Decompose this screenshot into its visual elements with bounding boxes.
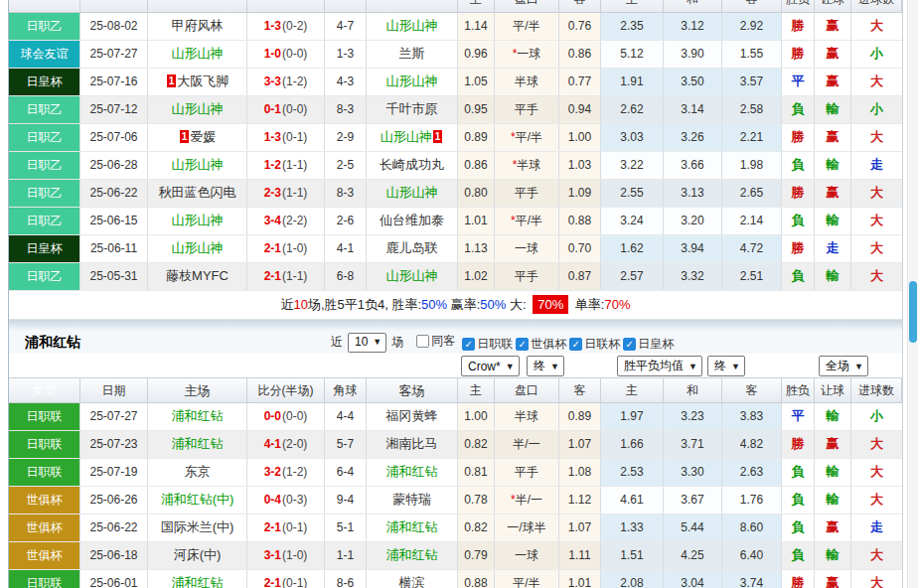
home-team-link[interactable]: 浦和红钻 [172, 575, 224, 588]
away-team-link[interactable]: 山形山神 [381, 129, 432, 144]
home-team-link[interactable]: 山形山神 [172, 101, 224, 116]
handicap-home-odds: 0.96 [458, 41, 495, 68]
score: 2-3(1-1) [247, 180, 325, 207]
away-team-link[interactable]: 山形山神 [386, 268, 438, 283]
away-team-link[interactable]: 千叶市原 [386, 101, 438, 116]
filter-option[interactable]: ✓世俱杯 [516, 333, 566, 356]
halftime-score: (0-0) [282, 409, 307, 423]
odds-average-select[interactable]: 胜平负均值▼ [617, 356, 702, 376]
result-handicap: 輸 [815, 152, 851, 179]
odds-home: 2.08 [601, 570, 664, 588]
result-goals: 小 [851, 96, 902, 123]
checked-checkbox-icon[interactable]: ✓ [623, 338, 636, 351]
odds-home: 4.61 [601, 487, 664, 514]
filter-option[interactable]: ✓日职联 [462, 333, 513, 356]
score: 1-2(1-1) [247, 152, 325, 179]
away-team-link[interactable]: 浦和红钻 [386, 519, 438, 534]
handicap-line: 平/半 [495, 13, 559, 40]
away-team-link[interactable]: 鹿儿岛联 [386, 240, 438, 255]
home-team-link[interactable]: 山形山神 [172, 157, 224, 172]
home-team-link[interactable]: 山形山神 [172, 213, 224, 227]
handicap-line: 平手 [495, 96, 559, 123]
away-team-link[interactable]: 福冈黄蜂 [386, 408, 438, 423]
filter-option[interactable]: 同客 [416, 330, 455, 353]
scrollbar[interactable] [907, 0, 918, 588]
home-team-link[interactable]: 甲府风林 [172, 18, 224, 33]
away-team-cell: 浦和红钻 [367, 542, 458, 569]
company-select[interactable]: Crow*▼ [461, 356, 520, 376]
asterisk-mark: * [511, 214, 516, 227]
handicap-line: *平/半 [495, 208, 559, 234]
home-team-cell: 山形山神 [148, 208, 247, 234]
filter-label: 日联杯 [584, 333, 620, 356]
away-team-link[interactable]: 山形山神 [386, 74, 438, 88]
filter-option[interactable]: ✓日皇杯 [623, 333, 674, 356]
home-team-link[interactable]: 藤枝MYFC [166, 268, 229, 283]
asterisk-mark: * [511, 130, 516, 144]
away-team-link[interactable]: 山形山神 [386, 18, 438, 33]
column-header-g: 进球数 [851, 378, 902, 402]
handicap-line: 半球 [495, 403, 559, 430]
select-value: 全场 [826, 358, 849, 374]
away-team-link[interactable]: 山形山神 [386, 185, 438, 200]
chevron-down-icon: ▼ [550, 362, 559, 371]
checked-checkbox-icon[interactable]: ✓ [569, 338, 582, 351]
odds-away: 3.74 [722, 570, 782, 588]
column-header-type: 类型 [9, 378, 80, 402]
away-team-link[interactable]: 长崎成功丸 [380, 157, 444, 172]
league-badge: 日职联 [9, 431, 80, 458]
recent-count-select[interactable]: 10▼ [348, 333, 386, 353]
corner-score: 4-3 [325, 69, 367, 95]
corner-score: 8-3 [325, 180, 367, 207]
home-team-link[interactable]: 爱媛 [190, 129, 216, 144]
match-date: 25-06-26 [80, 487, 148, 514]
odds-home: 1.33 [601, 514, 664, 541]
odds-draw: 3.13 [664, 180, 722, 207]
scrollbar-thumb[interactable] [909, 281, 917, 343]
checked-checkbox-icon[interactable]: ✓ [516, 338, 529, 351]
home-team-link[interactable]: 浦和红钻 [172, 436, 224, 451]
score: 1-0(0-0) [247, 41, 325, 68]
corner-score: 2-6 [325, 208, 367, 234]
home-team-link[interactable]: 国际米兰(中) [161, 519, 234, 534]
unchecked-checkbox-icon[interactable] [416, 335, 429, 348]
away-team-link[interactable]: 浦和红钻 [386, 547, 438, 562]
result-wdl: 勝 [782, 41, 815, 68]
handicap-away-odds: 0.88 [559, 208, 601, 234]
table1-section: 主盘口客主和客胜负让球进球数 日职乙25-08-02甲府风林1-3(0-2)4-… [9, 0, 902, 320]
home-team-link[interactable]: 河床(中) [174, 547, 222, 562]
asterisk-mark: * [513, 158, 518, 172]
chevron-down-icon: ▼ [688, 362, 697, 371]
home-team-link[interactable]: 山形山神 [172, 240, 224, 255]
home-team-link[interactable]: 东京 [185, 464, 211, 479]
column-header-corner: 角球 [325, 378, 367, 402]
column-header-od: 和 [664, 378, 722, 402]
match-scope-select[interactable]: 全场▼ [819, 356, 868, 376]
away-team-link[interactable]: 蒙特瑞 [392, 492, 431, 507]
home-team-link[interactable]: 大阪飞脚 [177, 74, 229, 88]
away-team-link[interactable]: 横滨 [399, 575, 425, 588]
result-wdl: 負 [782, 96, 815, 123]
odds-period-select[interactable]: 终▼ [707, 356, 745, 376]
fulltime-score: 3-2 [264, 465, 281, 479]
away-team-link[interactable]: 兰斯 [399, 46, 425, 61]
odds-away: 2.51 [722, 263, 782, 290]
home-team-link[interactable]: 山形山神 [172, 46, 224, 61]
home-team-link[interactable]: 浦和红钻(中) [161, 492, 234, 507]
corner-score: 8-6 [325, 570, 367, 588]
fulltime-score: 4-1 [264, 437, 281, 451]
select-value: 胜平负均值 [624, 358, 684, 374]
away-team-link[interactable]: 仙台维加泰 [380, 213, 444, 227]
home-team-link[interactable]: 浦和红钻 [172, 408, 224, 423]
handicap-home-odds: 0.79 [458, 542, 495, 569]
checked-checkbox-icon[interactable]: ✓ [462, 338, 475, 351]
result-goals: 走 [851, 152, 902, 179]
handicap-away-odds: 0.94 [559, 96, 601, 123]
column-header-score: 比分(半场) [247, 378, 325, 402]
home-team-link[interactable]: 秋田蓝色闪电 [159, 185, 236, 200]
away-team-link[interactable]: 浦和红钻 [386, 464, 438, 479]
away-team-link[interactable]: 湘南比马 [386, 436, 438, 451]
filter-option[interactable]: ✓日联杯 [569, 333, 620, 356]
odds-away: 6.40 [722, 542, 782, 569]
company-period-select[interactable]: 终▼ [527, 356, 564, 376]
